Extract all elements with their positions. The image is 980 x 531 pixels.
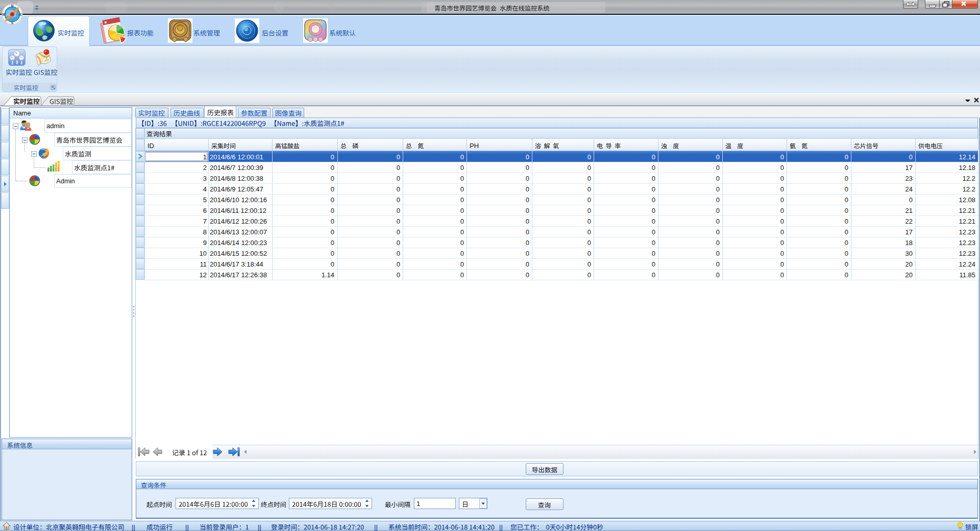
svg-text:E: E [19,13,22,16]
svg-text:N: N [11,4,14,8]
svg-text:S: S [11,21,14,25]
svg-text:W: W [2,13,6,16]
